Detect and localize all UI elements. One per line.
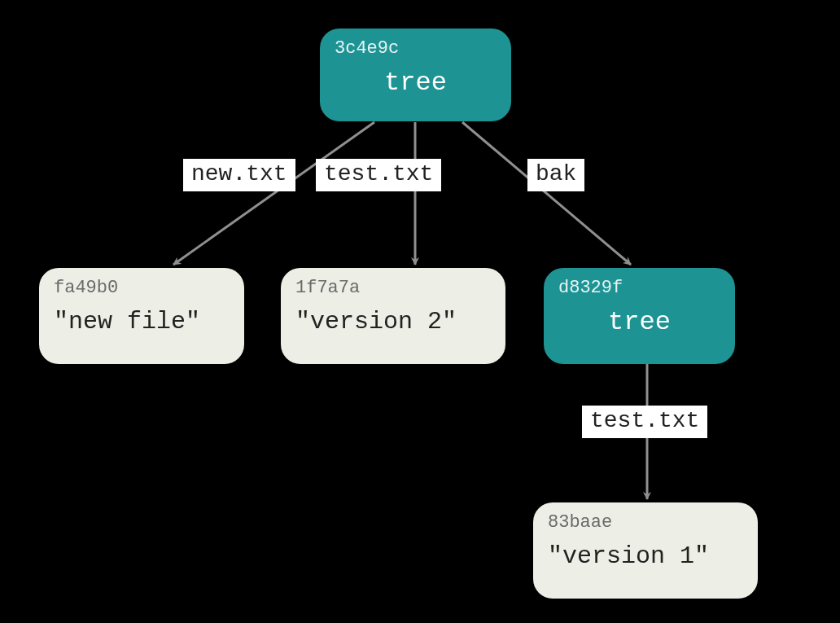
- node-label: "new file": [54, 307, 230, 336]
- edge-label-sub-to-v1: test.txt: [582, 406, 707, 438]
- edge-root-to-new: [173, 122, 374, 265]
- node-hash: 3c4e9c: [335, 38, 497, 59]
- node-sub-tree: d8329f tree: [544, 268, 735, 364]
- edge-label-root-to-v2: test.txt: [316, 159, 441, 191]
- node-label: tree: [335, 68, 497, 99]
- node-label: "version 2": [295, 307, 491, 336]
- node-label: "version 1": [548, 542, 743, 571]
- node-blob-v2: 1f7a7a "version 2": [281, 268, 505, 364]
- edge-label-root-to-new: new.txt: [183, 159, 295, 191]
- node-label: tree: [558, 307, 720, 338]
- edge-root-to-sub: [462, 122, 631, 265]
- node-hash: 83baae: [548, 512, 743, 533]
- diagram-canvas: 3c4e9c tree fa49b0 "new file" 1f7a7a "ve…: [0, 0, 840, 623]
- node-blob-new: fa49b0 "new file": [39, 268, 244, 364]
- node-root-tree: 3c4e9c tree: [320, 29, 511, 121]
- node-hash: fa49b0: [54, 278, 230, 299]
- edge-label-root-to-sub: bak: [527, 159, 584, 191]
- node-blob-v1: 83baae "version 1": [533, 502, 758, 599]
- node-hash: 1f7a7a: [295, 278, 491, 299]
- node-hash: d8329f: [558, 278, 720, 299]
